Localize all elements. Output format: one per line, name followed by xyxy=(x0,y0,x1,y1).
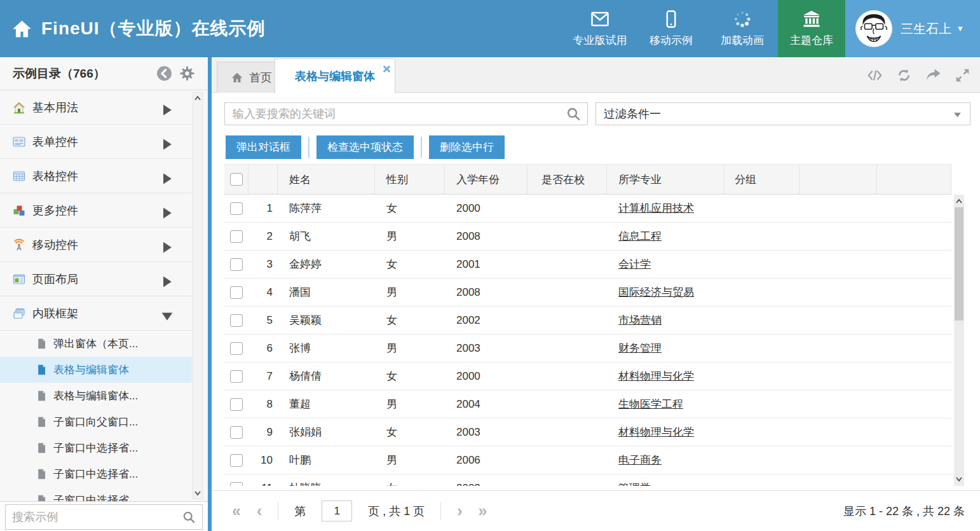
first-page-icon[interactable]: « xyxy=(232,503,241,519)
table-row[interactable]: 1陈萍萍女2000计算机应用技术 xyxy=(224,195,951,223)
sidebar-group-1[interactable]: 表单控件 xyxy=(0,125,192,159)
user-menu[interactable]: 三生石上 ▼ xyxy=(845,0,980,57)
student-name: 金婷婷 xyxy=(289,257,322,272)
major-link[interactable]: 会计学 xyxy=(618,257,651,272)
row-checkbox[interactable] xyxy=(230,454,243,467)
collapse-sidebar-icon[interactable] xyxy=(156,66,172,81)
nav-item-1[interactable]: 移动示例 xyxy=(636,0,707,57)
major-link[interactable]: 生物医学工程 xyxy=(618,397,683,411)
share-icon[interactable] xyxy=(926,68,941,83)
table-row[interactable]: 3金婷婷女2001会计学 xyxy=(224,251,951,279)
sidebar-item-1[interactable]: 表格与编辑窗体 xyxy=(0,357,192,383)
search-icon[interactable] xyxy=(182,511,196,524)
row-checkbox[interactable] xyxy=(230,370,243,383)
toolbar-button-2[interactable]: 删除选中行 xyxy=(429,135,505,159)
enroll-year: 2002 xyxy=(456,482,480,486)
column-header[interactable]: 入学年份 xyxy=(445,165,527,194)
column-header[interactable]: 是否在校 xyxy=(527,165,607,194)
toolbar-button-0[interactable]: 弹出对话框 xyxy=(226,135,301,159)
row-checkbox[interactable] xyxy=(230,342,243,355)
nav-item-0[interactable]: 专业版试用 xyxy=(564,0,636,57)
column-header[interactable]: 性别 xyxy=(375,165,445,194)
major-link[interactable]: 电子商务 xyxy=(618,453,662,467)
filter-dropdown[interactable]: 过滤条件一 xyxy=(595,102,970,125)
tab-close-icon[interactable] xyxy=(383,62,390,76)
table-row[interactable]: 10叶鹏男2006电子商务 xyxy=(224,446,951,474)
row-checkbox[interactable] xyxy=(230,286,243,299)
row-checkbox[interactable] xyxy=(230,398,243,411)
last-page-icon[interactable]: » xyxy=(479,503,487,519)
gear-icon[interactable] xyxy=(179,66,195,81)
major-link[interactable]: 信息工程 xyxy=(618,229,662,244)
sidebar-group-4[interactable]: 移动控件 xyxy=(0,228,192,262)
scroll-down-icon[interactable] xyxy=(194,491,201,496)
row-index: 5 xyxy=(267,314,273,327)
sidebar-item-4[interactable]: 子窗口中选择省... xyxy=(0,435,192,461)
major-link[interactable]: 市场营销 xyxy=(618,313,662,328)
row-checkbox[interactable] xyxy=(230,426,243,439)
student-gender: 女 xyxy=(386,425,397,439)
column-header[interactable] xyxy=(800,165,877,194)
prev-page-icon[interactable]: ‹ xyxy=(257,503,262,519)
caret-down-icon xyxy=(161,310,174,322)
sidebar-search-input[interactable] xyxy=(6,510,182,525)
sidebar-scrollbar[interactable] xyxy=(193,92,203,499)
column-header[interactable]: 姓名 xyxy=(278,165,375,194)
column-header[interactable]: 所学专业 xyxy=(607,165,725,194)
sidebar-item-3[interactable]: 子窗口向父窗口... xyxy=(0,409,192,435)
maximize-icon[interactable] xyxy=(955,68,970,83)
major-link[interactable]: 管理学 xyxy=(618,481,651,486)
keyword-search-input[interactable] xyxy=(224,102,588,125)
table-row[interactable]: 8董超男2004生物医学工程 xyxy=(224,390,951,418)
major-link[interactable]: 材料物理与化学 xyxy=(618,369,694,383)
sidebar-item-2[interactable]: 表格与编辑窗体... xyxy=(0,383,192,409)
tab-active[interactable]: 表格与编辑窗体 xyxy=(275,59,395,93)
major-link[interactable]: 计算机应用技术 xyxy=(618,201,694,216)
scroll-up-icon[interactable] xyxy=(956,198,962,203)
nav-item-3[interactable]: 主题仓库 xyxy=(778,0,845,57)
table-row[interactable]: 11杜晓晓女2002管理学 xyxy=(224,474,951,486)
scrollbar-thumb[interactable] xyxy=(955,207,963,321)
student-gender: 女 xyxy=(386,201,397,216)
column-header[interactable] xyxy=(248,165,278,194)
table-row[interactable]: 5吴颖颖女2002市场营销 xyxy=(224,307,951,334)
source-code-icon[interactable] xyxy=(868,68,882,83)
student-name: 吴颖颖 xyxy=(289,313,322,328)
row-checkbox[interactable] xyxy=(230,314,243,327)
table-row[interactable]: 9张娟娟女2003材料物理与化学 xyxy=(224,418,951,446)
sidebar-group-3[interactable]: 更多控件 xyxy=(0,193,192,228)
row-checkbox[interactable] xyxy=(230,202,243,215)
row-checkbox[interactable] xyxy=(230,230,243,243)
toolbar-button-1[interactable]: 检查选中项状态 xyxy=(316,135,414,159)
row-checkbox[interactable] xyxy=(230,482,243,486)
sidebar-item-5[interactable]: 子窗口中选择省... xyxy=(0,461,192,487)
select-all-checkbox[interactable] xyxy=(230,173,243,186)
column-header[interactable] xyxy=(224,165,248,194)
nav-item-2[interactable]: 加载动画 xyxy=(707,0,778,57)
row-index: 6 xyxy=(267,342,273,355)
sidebar-group-0[interactable]: 基本用法 xyxy=(0,90,192,125)
table-row[interactable]: 4潘国男2008国际经济与贸易 xyxy=(224,279,951,307)
sidebar-group-2[interactable]: 表格控件 xyxy=(0,159,192,193)
major-link[interactable]: 国际经济与贸易 xyxy=(618,285,694,300)
page-number-input[interactable] xyxy=(322,500,352,521)
sidebar-item-0[interactable]: 弹出窗体（本页... xyxy=(0,331,192,357)
column-header[interactable]: 分组 xyxy=(725,165,800,194)
sidebar-group-6[interactable]: 内联框架 xyxy=(0,296,192,331)
tab-bar: 首页 表格与编辑窗体 xyxy=(212,57,980,93)
search-icon[interactable] xyxy=(566,107,581,121)
major-link[interactable]: 材料物理与化学 xyxy=(618,425,694,439)
sidebar-item-6[interactable]: 子窗口中选择省 xyxy=(0,487,192,501)
column-header[interactable] xyxy=(877,165,951,194)
next-page-icon[interactable]: › xyxy=(457,503,462,519)
refresh-icon[interactable] xyxy=(897,68,911,83)
scroll-down-icon[interactable] xyxy=(956,477,962,482)
grid-scrollbar[interactable] xyxy=(954,195,964,486)
row-checkbox[interactable] xyxy=(230,258,243,271)
table-row[interactable]: 7杨倩倩女2000材料物理与化学 xyxy=(224,362,951,390)
sidebar-group-5[interactable]: 页面布局 xyxy=(0,262,192,296)
table-row[interactable]: 6张博男2003财务管理 xyxy=(224,334,951,362)
major-link[interactable]: 财务管理 xyxy=(618,341,662,355)
table-row[interactable]: 2胡飞男2008信息工程 xyxy=(224,223,951,251)
scroll-up-icon[interactable] xyxy=(194,95,201,100)
